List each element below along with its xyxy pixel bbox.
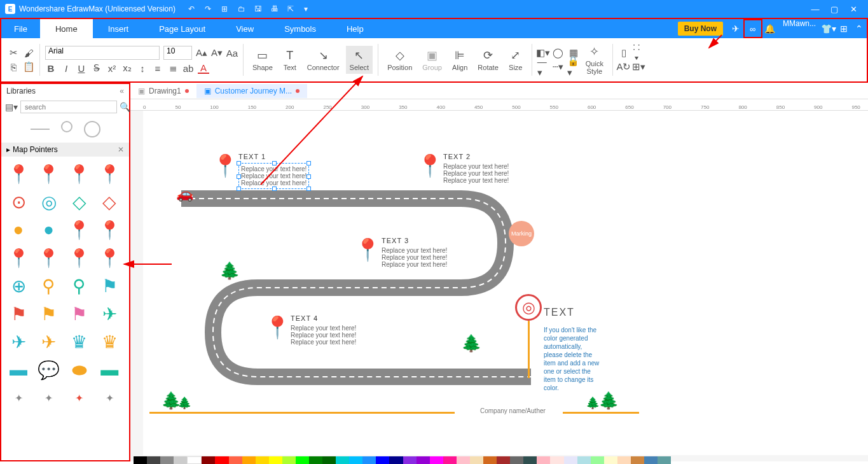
marker-1[interactable]: 📍: [212, 153, 238, 178]
ellipse-icon[interactable]: ⬬: [67, 358, 92, 382]
redo-icon[interactable]: ↷: [205, 4, 214, 13]
align-tool[interactable]: ⊫Align: [448, 46, 471, 74]
map-pin[interactable]: ⊕: [6, 274, 31, 298]
target-icon[interactable]: [515, 294, 542, 321]
group-tool[interactable]: ▣Group: [418, 46, 446, 74]
cut-icon[interactable]: ✂: [8, 47, 19, 59]
color-swatch-bar[interactable]: [134, 456, 671, 464]
case-icon[interactable]: Aa: [226, 47, 238, 59]
map-pin[interactable]: ●: [6, 218, 31, 242]
map-pin[interactable]: ◇: [67, 190, 92, 214]
font-color-icon[interactable]: A: [198, 62, 209, 74]
map-pin[interactable]: 📍: [97, 218, 121, 242]
small-circle-shape[interactable]: [61, 121, 72, 132]
superscript-icon[interactable]: x²: [106, 62, 118, 74]
menu-home[interactable]: Home: [40, 19, 93, 38]
underline-icon[interactable]: U: [76, 62, 87, 74]
crop-icon[interactable]: ⸬▾: [633, 47, 645, 59]
line-shape[interactable]: [31, 129, 50, 130]
map-pin[interactable]: ◎: [37, 190, 61, 214]
menu-file[interactable]: File: [1, 19, 40, 38]
text-block-4[interactable]: TEXT 4 Replace your text here!Replace yo…: [291, 314, 356, 346]
plane-icon[interactable]: ✈: [6, 330, 31, 354]
marking-balloon[interactable]: Marking: [509, 221, 534, 246]
map-pin[interactable]: 📍: [37, 162, 61, 186]
map-pin[interactable]: 📍: [67, 246, 92, 270]
shirt-icon[interactable]: 👕▾: [821, 19, 836, 38]
italic-icon[interactable]: I: [60, 62, 72, 74]
speech-icon[interactable]: 💬: [37, 358, 61, 382]
map-pin[interactable]: ⚲: [67, 274, 92, 298]
marker-2[interactable]: 📍: [417, 153, 443, 178]
doc-tab-2[interactable]: ▣Customer Journey M...: [196, 84, 307, 98]
map-pin[interactable]: ⚲: [37, 274, 61, 298]
flag-icon[interactable]: ⚑: [37, 302, 61, 326]
text-block-2[interactable]: TEXT 2 Replace your text here!Replace yo…: [443, 153, 509, 184]
connector-tool[interactable]: ↘Connector: [303, 46, 343, 74]
select-tool[interactable]: ↖Select: [346, 46, 373, 74]
map-pin[interactable]: 📍: [6, 162, 31, 186]
circle-shape[interactable]: [84, 121, 100, 137]
undo-icon[interactable]: ↶: [188, 4, 197, 13]
line-icon[interactable]: ◯: [553, 47, 564, 59]
new-icon[interactable]: ⊞: [221, 4, 230, 13]
share-icon[interactable]: ∞: [743, 19, 762, 38]
tree-icon[interactable]: 🌲: [177, 396, 191, 410]
flag-icon[interactable]: ⚑: [97, 274, 121, 298]
marker-4[interactable]: 📍: [264, 314, 291, 340]
print-icon[interactable]: 🖶: [271, 4, 280, 13]
tree-icon[interactable]: 🌲: [598, 391, 619, 411]
size-tool[interactable]: ⤢Size: [505, 46, 527, 74]
tree-icon[interactable]: 🌲: [219, 261, 240, 281]
close-category-icon[interactable]: ✕: [118, 145, 124, 154]
format-painter-icon[interactable]: 🖌: [23, 47, 34, 59]
compass-icon[interactable]: ✦: [67, 386, 92, 410]
copy-icon[interactable]: ⎘: [8, 61, 19, 73]
user-label[interactable]: MMawn...: [778, 19, 821, 38]
menu-help[interactable]: Help: [331, 19, 379, 38]
compass-icon[interactable]: ✦: [37, 386, 61, 410]
grow-font-icon[interactable]: A▴: [196, 47, 207, 59]
map-pin[interactable]: 📍: [97, 246, 121, 270]
map-pin[interactable]: ◇: [97, 190, 121, 214]
side-text-body[interactable]: If you don't like the color generated au…: [544, 326, 601, 392]
rect-icon[interactable]: ▬: [97, 358, 121, 382]
save-icon[interactable]: 🖫: [254, 4, 263, 13]
flag-icon[interactable]: ⚑: [6, 302, 31, 326]
minimize-button[interactable]: —: [806, 4, 825, 14]
compass-icon[interactable]: ✦: [6, 386, 31, 410]
layers-icon[interactable]: ⊞▾: [633, 61, 645, 73]
bell-icon[interactable]: 🔔: [762, 19, 778, 38]
dash-icon[interactable]: ┄▾: [553, 61, 564, 73]
doc-tab-1[interactable]: ▣Drawing1: [130, 84, 196, 98]
grid-icon[interactable]: ⊞: [836, 19, 851, 38]
compass-icon[interactable]: ✦: [97, 386, 121, 410]
map-pin[interactable]: ⊙: [6, 190, 31, 214]
spacing-icon[interactable]: ↕: [137, 62, 148, 74]
text-block-1[interactable]: TEXT 1 Replace your text here! Replace y…: [238, 153, 309, 189]
chess-icon[interactable]: ♛: [97, 330, 121, 354]
map-pin[interactable]: 📍: [67, 162, 92, 186]
font-size-selector[interactable]: 10: [163, 46, 192, 60]
map-pin[interactable]: 📍: [6, 246, 31, 270]
chess-icon[interactable]: ♛: [67, 330, 92, 354]
shape-tool[interactable]: ▭Shape: [249, 46, 277, 74]
menu-page-layout[interactable]: Page Layout: [144, 19, 221, 38]
collapse-libraries-icon[interactable]: «: [120, 87, 124, 95]
marker-3[interactable]: 📍: [354, 237, 381, 262]
map-pin[interactable]: ●: [37, 218, 61, 242]
collapse-ribbon-icon[interactable]: ⌃: [851, 19, 867, 38]
company-label[interactable]: Company name/Auther: [480, 407, 546, 414]
canvas[interactable]: 🚗 📍 TEXT 1 Replace your text here! Repla…: [143, 111, 868, 455]
bullets-icon[interactable]: ≡: [152, 62, 163, 74]
close-button[interactable]: ✕: [844, 4, 863, 14]
plane-icon[interactable]: ✈: [97, 302, 121, 326]
flag-icon[interactable]: ⚑: [67, 302, 92, 326]
speech-icon[interactable]: ▬: [6, 358, 31, 382]
menu-insert[interactable]: Insert: [93, 19, 144, 38]
menu-view[interactable]: View: [221, 19, 269, 38]
send-icon[interactable]: ✈: [728, 19, 743, 38]
shrink-font-icon[interactable]: A▾: [211, 47, 223, 59]
map-pin[interactable]: 📍: [97, 162, 121, 186]
library-search-input[interactable]: [20, 101, 117, 113]
